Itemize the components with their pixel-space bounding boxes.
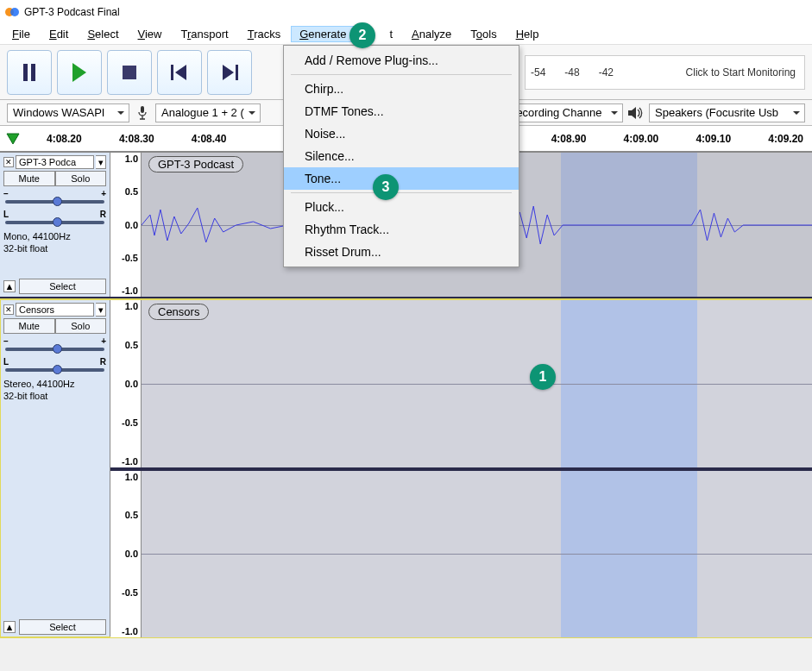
pause-button[interactable] [7,50,52,95]
pan-slider[interactable] [5,368,104,372]
menu-item-silence[interactable]: Silence... [284,145,519,167]
menu-tracks[interactable]: Tracks [239,26,290,42]
track-censors: ✕ Censors ▾ Mute Solo –+ LR Stereo, 4410… [0,299,812,637]
track-name-field[interactable]: Censors [16,303,94,317]
track-control-panel: ✕ Censors ▾ Mute Solo –+ LR Stereo, 4410… [0,300,110,637]
titlebar: GPT-3 Podcast Final [0,0,812,24]
annotation-marker-1: 1 [530,364,556,390]
gain-slider[interactable] [5,348,104,351]
svg-point-1 [10,8,19,16]
audio-host-combo[interactable]: Windows WASAPI [7,103,129,122]
menu-generate[interactable]: Generate [291,26,355,42]
svg-rect-9 [236,65,238,80]
skip-end-button[interactable] [207,50,252,95]
time-tick: 4:08.90 [551,133,587,145]
menu-help[interactable]: Help [507,26,548,42]
solo-button[interactable]: Solo [55,171,107,186]
app-logo-icon [5,5,19,19]
menu-tools[interactable]: Tools [462,26,505,42]
menu-item-tone[interactable]: Tone... [284,167,519,190]
time-tick: 4:09.10 [696,133,731,145]
track-bitdepth: 32-bit float [3,390,106,402]
playhead-icon[interactable] [5,132,21,146]
svg-marker-4 [72,63,86,82]
generate-menu-dropdown: Add / Remove Plug-ins... Chirp... DTMF T… [283,45,519,267]
svg-rect-5 [123,66,136,79]
gain-slider[interactable] [5,200,104,204]
vertical-ruler: 1.0 0.5 0.0 -0.5 -1.0 [110,300,142,467]
time-tick: 4:08.40 [192,133,227,145]
svg-rect-10 [141,106,144,113]
playback-device-combo[interactable]: Speakers (Focusrite Usb [649,103,805,122]
mic-icon [135,105,150,121]
select-track-button[interactable]: Select [19,619,106,635]
track-format: Mono, 44100Hz [3,230,106,242]
svg-marker-8 [223,65,234,80]
waveform-canvas-left[interactable]: Censors [142,300,812,467]
track-format: Stereo, 44100Hz [3,378,106,390]
time-tick: 4:09.00 [624,133,659,145]
speaker-icon [628,105,644,121]
annotation-marker-2: 2 [349,22,375,48]
stop-button[interactable] [107,50,152,95]
collapse-button[interactable]: ▲ [3,280,16,292]
menu-item-chirp[interactable]: Chirp... [284,78,519,100]
menubar: File Edit Select View Transport Tracks G… [0,24,812,45]
close-track-button[interactable]: ✕ [3,157,14,167]
vertical-ruler: 1.0 0.5 0.0 -0.5 -1.0 [110,471,142,638]
window-title: GPT-3 Podcast Final [24,6,120,18]
menu-analyze[interactable]: Analyze [403,26,460,42]
waveform-canvas-right[interactable] [142,471,812,638]
mute-button[interactable]: Mute [3,318,55,334]
track-bitdepth: 32-bit float [3,242,106,254]
menu-transport[interactable]: Transport [172,26,236,42]
menu-edit[interactable]: Edit [41,26,77,42]
menu-item-risset[interactable]: Risset Drum... [284,241,519,263]
solo-button[interactable]: Solo [55,318,107,334]
svg-marker-12 [7,134,19,144]
menu-item-pluck[interactable]: Pluck... [284,196,519,218]
mute-button[interactable]: Mute [3,171,55,186]
track-control-panel: ✕ GPT-3 Podca ▾ Mute Solo –+ LR Mono, 44… [0,153,110,297]
svg-marker-7 [175,65,186,80]
track-menu-button[interactable]: ▾ [96,155,106,169]
menu-select[interactable]: Select [79,26,127,42]
menu-file[interactable]: File [3,26,39,42]
select-track-button[interactable]: Select [19,279,106,294]
menu-view[interactable]: View [129,26,171,42]
clip-label[interactable]: Censors [148,304,209,320]
recording-meter[interactable]: -54 -48 -42 Click to Start Monitoring [525,55,805,90]
svg-rect-2 [23,64,28,81]
svg-rect-6 [171,65,173,80]
svg-marker-11 [628,107,636,119]
play-button[interactable] [57,50,102,95]
annotation-marker-3: 3 [373,174,399,200]
menu-item-noise[interactable]: Noise... [284,122,519,145]
menu-item-dtmf[interactable]: DTMF Tones... [284,100,519,122]
collapse-button[interactable]: ▲ [3,621,16,633]
time-tick: 4:08.20 [47,133,82,145]
recording-channels-combo[interactable]: Recording Channe [502,103,623,122]
meter-tick: -54 [531,66,545,78]
pan-slider[interactable] [5,221,104,224]
recording-device-combo[interactable]: Analogue 1 + 2 ( [155,103,261,122]
track-name-field[interactable]: GPT-3 Podca [16,155,94,169]
menu-item-rhythm[interactable]: Rhythm Track... [284,218,519,241]
time-tick: 4:08.30 [119,133,154,145]
skip-start-button[interactable] [157,50,202,95]
clip-label[interactable]: GPT-3 Podcast [148,156,243,172]
track-menu-button[interactable]: ▾ [96,303,106,317]
meter-tick: -48 [564,66,579,78]
close-track-button[interactable]: ✕ [3,304,14,315]
menu-item-add-remove-plugins[interactable]: Add / Remove Plug-ins... [284,49,519,72]
meter-tick: -42 [599,66,614,78]
time-tick: 4:09.20 [768,133,803,145]
svg-rect-3 [31,64,35,81]
meter-monitor-text: Click to Start Monitoring [683,66,799,78]
vertical-ruler: 1.0 0.5 0.0 -0.5 -1.0 [110,153,142,297]
